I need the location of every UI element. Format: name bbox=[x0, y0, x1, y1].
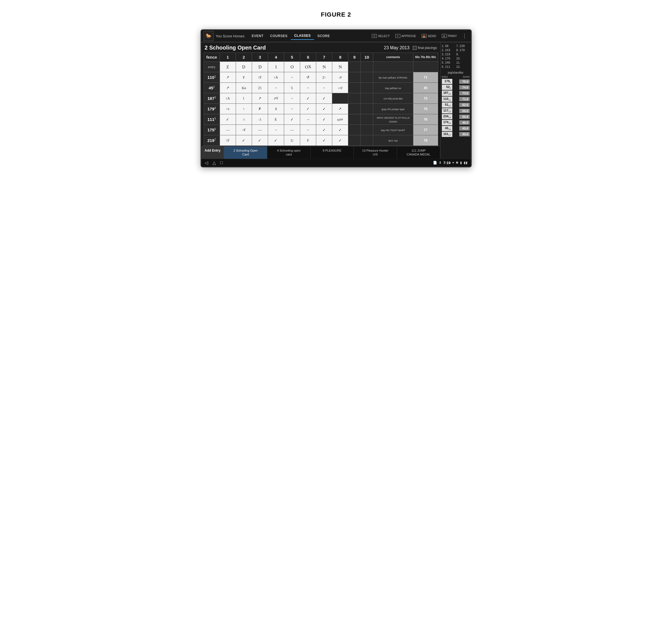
cell-187-6[interactable]: ✓ bbox=[300, 93, 316, 104]
cell-45-6[interactable]: ~ bbox=[300, 83, 316, 93]
jog-row[interactable]: 17415 46.0 bbox=[442, 120, 470, 125]
nav-classes-button[interactable]: CLASSES bbox=[291, 32, 314, 40]
cell-175-6[interactable]: ~ bbox=[300, 125, 316, 135]
cell-110-9[interactable] bbox=[348, 72, 361, 83]
table-row[interactable]: 1873 ↑A l ↗ ↗F ~ ✓ ✓ CH PELHAM BM bbox=[203, 93, 438, 104]
back-icon[interactable]: ◁ bbox=[205, 160, 208, 166]
cell-219-1[interactable]: ↑F bbox=[220, 135, 236, 146]
cell-45-8[interactable]: +1F bbox=[332, 83, 348, 93]
cell-187-7[interactable]: ✓ bbox=[316, 93, 332, 104]
cell-175-3[interactable]: — bbox=[252, 125, 268, 135]
cell-175-9[interactable] bbox=[348, 125, 361, 135]
cell-45-5[interactable]: 5 bbox=[284, 83, 300, 93]
nav-courses-button[interactable]: COURSES bbox=[267, 32, 291, 40]
cell-45-9[interactable] bbox=[348, 83, 361, 93]
cell-110-3[interactable]: ↑F bbox=[252, 72, 268, 83]
cell-111-8[interactable]: RIPP bbox=[332, 114, 348, 125]
tab-13-pleasure[interactable]: 13 Pleasure HunterU/S bbox=[354, 146, 397, 159]
cell-175-5[interactable]: — bbox=[284, 125, 300, 135]
table-row[interactable]: 1115 ✓ ∩ -1 E ✓ → ✓ RIPP GRAY DECENT FLA… bbox=[203, 114, 438, 125]
add-entry-button[interactable]: Add Entry bbox=[201, 146, 224, 159]
cell-111-1[interactable]: ✓ bbox=[220, 114, 236, 125]
cell-45-10[interactable] bbox=[361, 83, 373, 93]
cell-179-1[interactable]: ↑v bbox=[220, 104, 236, 114]
cell-111-7[interactable]: ✓ bbox=[316, 114, 332, 125]
cell-219-2[interactable]: ✓ bbox=[236, 135, 252, 146]
tab-2-schooling[interactable]: 2 Schooling OpenCard bbox=[224, 146, 267, 159]
cell-179-3[interactable]: ✗ bbox=[252, 104, 268, 114]
cell-187-2[interactable]: l bbox=[236, 93, 252, 104]
cell-111-3[interactable]: -1 bbox=[252, 114, 268, 125]
cell-110-10[interactable] bbox=[361, 72, 373, 83]
cell-110-5[interactable]: ~ bbox=[284, 72, 300, 83]
cell-111-4[interactable]: E bbox=[268, 114, 284, 125]
jog-row[interactable]: 23414 50.0 bbox=[442, 114, 470, 119]
cell-111-2[interactable]: ∩ bbox=[236, 114, 252, 125]
cell-110-2[interactable]: F bbox=[236, 72, 252, 83]
table-row[interactable]: 2197 ↑F ✓ ✓ ✓ U F ✓ ✓ BAY AM 7 bbox=[203, 135, 438, 146]
cell-179-10[interactable] bbox=[361, 104, 373, 114]
cell-175-2[interactable]: ~F bbox=[236, 125, 252, 135]
cell-111-9[interactable] bbox=[348, 114, 361, 125]
cell-219-3[interactable]: ✓ bbox=[252, 135, 268, 146]
select-button[interactable]: ☑ SELECT bbox=[369, 33, 392, 39]
jog-row[interactable]: 18710 73.0 bbox=[442, 91, 470, 96]
cell-111-10[interactable] bbox=[361, 114, 373, 125]
nav-event-button[interactable]: EVENT bbox=[248, 32, 267, 40]
cell-175-1[interactable]: — bbox=[220, 125, 236, 135]
cell-175-10[interactable] bbox=[361, 125, 373, 135]
cell-187-9[interactable] bbox=[348, 93, 361, 104]
cell-219-9[interactable] bbox=[348, 135, 361, 146]
cell-110-6[interactable]: ↺ bbox=[300, 72, 316, 83]
cell-179-2[interactable]: ↑ bbox=[236, 104, 252, 114]
recents-icon[interactable]: □ bbox=[220, 160, 223, 166]
cell-110-4[interactable]: ↑A bbox=[268, 72, 284, 83]
tab-8-pleasure[interactable]: 8 PLEASURE bbox=[311, 146, 354, 159]
cell-179-5[interactable]: ~ bbox=[284, 104, 300, 114]
nav-score-button[interactable]: SCORE bbox=[314, 32, 333, 40]
home-icon[interactable]: △ bbox=[213, 160, 216, 166]
cell-187-3[interactable]: ↗ bbox=[252, 93, 268, 104]
cell-45-2[interactable]: Ka bbox=[236, 83, 252, 93]
cell-179-9[interactable] bbox=[348, 104, 361, 114]
table-row[interactable]: 1101 ↗ F ↑F ↑A ~ ↺ 2↑ ↑P By man pelham S… bbox=[203, 72, 438, 83]
jog-row[interactable]: 15117 40.0 bbox=[442, 132, 470, 137]
cell-175-4[interactable]: ~ bbox=[268, 125, 284, 135]
jog-row[interactable]: 11713 55.0 bbox=[442, 108, 470, 114]
cell-179-7[interactable]: ✓ bbox=[316, 104, 332, 114]
cell-110-1[interactable]: ↗ bbox=[220, 72, 236, 83]
cell-110-8[interactable]: ↑P bbox=[332, 72, 348, 83]
cell-219-10[interactable] bbox=[361, 135, 373, 146]
cell-187-8[interactable] bbox=[332, 93, 348, 104]
cell-187-4[interactable]: ↗F bbox=[268, 93, 284, 104]
cell-219-5[interactable]: U bbox=[284, 135, 300, 146]
cell-219-6[interactable]: F bbox=[300, 135, 316, 146]
cell-179-8[interactable]: ↗ bbox=[332, 104, 348, 114]
cell-45-1[interactable]: ↗ bbox=[220, 83, 236, 93]
cell-45-4[interactable]: ~ bbox=[268, 83, 284, 93]
print-button[interactable]: 🖨 PRINT bbox=[440, 33, 459, 39]
approve-button[interactable]: ✏ APPROVE bbox=[393, 33, 418, 39]
cell-110-7[interactable]: 2↑ bbox=[316, 72, 332, 83]
cell-187-1[interactable]: ↑A bbox=[220, 93, 236, 104]
tab-111-jump[interactable]: 111 JUMPCANADA MEDAL bbox=[397, 146, 440, 159]
jog-row[interactable]: 11011 71.0 bbox=[442, 97, 470, 102]
jog-row[interactable]: 4516 45.0 bbox=[442, 126, 470, 131]
cell-187-5[interactable]: ~ bbox=[284, 93, 300, 104]
table-row[interactable]: 452 ↗ Ka 21 ~ 5 ~ ~ +1F bay pelham ss bbox=[203, 83, 438, 93]
cell-179-6[interactable]: ✓ bbox=[300, 104, 316, 114]
cell-219-4[interactable]: ✓ bbox=[268, 135, 284, 146]
cell-219-8[interactable]: ✓ bbox=[332, 135, 348, 146]
cell-187-10[interactable] bbox=[361, 93, 373, 104]
final-placings-check[interactable]: final placings bbox=[413, 46, 437, 50]
tab-4-schooling[interactable]: 4 Schooling opencard bbox=[267, 146, 310, 159]
jog-row[interactable]: 1798 75.0 bbox=[442, 79, 470, 84]
cell-111-5[interactable]: ✓ bbox=[284, 114, 300, 125]
send-button[interactable]: 📤 SEND bbox=[419, 33, 438, 39]
cell-175-7[interactable]: ✓ bbox=[316, 125, 332, 135]
table-row[interactable]: 1756 — ~F — ~ — ~ ✓ ✓ bay HG TIGHT MART bbox=[203, 125, 438, 135]
more-options-icon[interactable]: ⋮ bbox=[460, 33, 469, 39]
cell-111-6[interactable]: → bbox=[300, 114, 316, 125]
cell-179-4[interactable]: S bbox=[268, 104, 284, 114]
cell-45-7[interactable]: ~ bbox=[316, 83, 332, 93]
